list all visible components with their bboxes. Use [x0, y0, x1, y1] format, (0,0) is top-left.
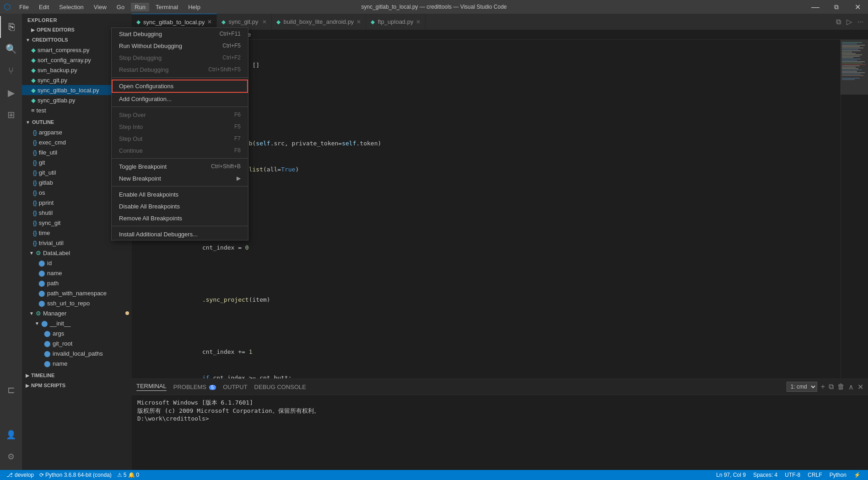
sync-icon: ⟳ [39, 472, 44, 478]
activity-bar: ⎘ 🔍 ⑂ ▶ ⊞ ⊏ 👤 ⚙ [0, 14, 22, 470]
terminal-tabs-bar: TERMINAL PROBLEMS 5 OUTPUT DEBUG CONSOLE… [132, 379, 868, 395]
minimize-button[interactable]: — [805, 0, 826, 14]
timeline-header[interactable]: ▶ TIMELINE [22, 370, 132, 380]
menu-edit[interactable]: Edit [35, 3, 53, 11]
status-position[interactable]: Ln 97, Col 9 [712, 472, 749, 478]
split-terminal-icon[interactable]: ⧉ [829, 383, 834, 391]
remote-icon[interactable]: ⊏ [0, 379, 22, 401]
branch-icon: ⎇ [6, 472, 13, 478]
tab-icon-py-1: ◆ [136, 19, 140, 25]
close-terminal-icon[interactable]: ✕ [857, 383, 863, 391]
outline-name[interactable]: ⬤ name [22, 268, 132, 278]
menu-item-run-without-debugging[interactable]: Run Without Debugging Ctrl+F5 [112, 40, 248, 52]
menu-file[interactable]: File [16, 3, 32, 11]
menu-item-disable-all-breakpoints[interactable]: Disable All Breakpoints [112, 200, 248, 212]
new-terminal-icon[interactable]: + [821, 383, 825, 391]
outline-args[interactable]: ⬤ args [22, 328, 132, 338]
outline-invalid-local-paths[interactable]: ⬤ invalid_local_paths [22, 348, 132, 358]
minimap [841, 40, 868, 379]
split-editor-icon[interactable]: ⧉ [836, 18, 841, 26]
menu-run[interactable]: Run [131, 3, 149, 11]
terminal-tab-debug[interactable]: DEBUG CONSOLE [254, 384, 306, 390]
status-encoding[interactable]: UTF-8 [781, 472, 804, 478]
tab-close-4[interactable]: ✕ [416, 19, 421, 25]
menu-item-open-configurations[interactable]: Open Configurations [112, 80, 248, 93]
menu-item-restart-debugging[interactable]: Restart Debugging Ctrl+Shift+F5 [112, 64, 248, 75]
menu-item-remove-all-breakpoints[interactable]: Remove All Breakpoints [112, 212, 248, 224]
menu-item-start-debugging[interactable]: Start Debugging Ctrl+F11 [112, 28, 248, 40]
maximize-terminal-icon[interactable]: ∧ [848, 383, 854, 391]
menu-item-new-breakpoint[interactable]: New Breakpoint ▶ [112, 172, 248, 184]
terminal-content[interactable]: Microsoft Windows [版本 6.1.7601] 版权所有 (c)… [132, 395, 868, 470]
tab-close-3[interactable]: ✕ [356, 19, 361, 25]
tab-build-boxy[interactable]: ◆ build_boxy_lite_android.py ✕ [272, 14, 366, 30]
outline-manager[interactable]: ▼ ⚙ Manager [22, 308, 132, 318]
tab-ftp-upload[interactable]: ◆ ftp_upload.py ✕ [366, 14, 426, 30]
run-dropdown-menu[interactable]: Start Debugging Ctrl+F11 Run Without Deb… [111, 27, 248, 240]
terminal-tab-problems[interactable]: PROBLEMS 5 [173, 384, 216, 390]
tab-icon-py-4: ◆ [371, 19, 375, 25]
terminal-area: TERMINAL PROBLEMS 5 OUTPUT DEBUG CONSOLE… [132, 379, 868, 470]
menu-item-enable-all-breakpoints[interactable]: Enable All Breakpoints [112, 188, 248, 200]
extensions-icon[interactable]: ⊞ [0, 104, 22, 126]
tab-icon-py-3: ◆ [276, 19, 280, 25]
settings-icon[interactable]: ⚙ [0, 446, 22, 468]
menu-go[interactable]: Go [113, 3, 128, 11]
outline-ssh-url[interactable]: ⬤ ssh_url_to_repo [22, 298, 132, 308]
more-actions-icon[interactable]: ··· [857, 18, 863, 26]
menu-item-continue[interactable]: Continue F8 [112, 144, 248, 156]
explorer-icon[interactable]: ⎘ [0, 16, 22, 38]
status-feedback[interactable]: ⚡ [850, 472, 864, 478]
tab-icon-py-2: ◆ [221, 19, 226, 25]
tab-close-1[interactable]: ✕ [207, 19, 212, 25]
close-button[interactable]: ✕ [847, 0, 868, 14]
status-eol[interactable]: CRLF [804, 472, 825, 478]
outline-name-2[interactable]: ⬤ name [22, 358, 132, 368]
kill-terminal-icon[interactable]: 🗑 [837, 383, 845, 391]
menu-selection[interactable]: Selection [55, 3, 87, 11]
menu-help[interactable]: Help [184, 3, 204, 11]
maximize-button[interactable]: ⧉ [826, 0, 847, 14]
warning-icon: ⚠ [117, 472, 122, 478]
status-spaces[interactable]: Spaces: 4 [749, 472, 781, 478]
window-title: sync_gitlab_to_local.py — credittools — … [361, 4, 507, 10]
search-icon[interactable]: 🔍 [0, 38, 22, 60]
status-errors[interactable]: ⚠ 5 🔔 0 [114, 472, 142, 478]
menu-item-install-debuggers[interactable]: Install Additional Debuggers... [112, 228, 248, 240]
source-control-icon[interactable]: ⑂ [0, 60, 22, 82]
status-python[interactable]: ⟳ Python 3.6.8 64-bit (conda) [37, 472, 114, 478]
status-language[interactable]: Python [826, 472, 850, 478]
outline-id[interactable]: ⬤ id [22, 258, 132, 268]
outline-path[interactable]: ⬤ path [22, 278, 132, 288]
menu-item-step-out[interactable]: Step Out F7 [112, 133, 248, 144]
menu-item-stop-debugging[interactable]: Stop Debugging Ctrl+F2 [112, 52, 248, 64]
menu-terminal[interactable]: Terminal [152, 3, 182, 11]
terminal-dropdown[interactable]: 1: cmd [787, 382, 817, 392]
npm-scripts-header[interactable]: ▶ NPM SCRIPTS [22, 380, 132, 390]
run-file-icon[interactable]: ▷ [846, 17, 852, 26]
status-branch[interactable]: ⎇ develop [4, 472, 37, 478]
run-debug-icon[interactable]: ▶ [0, 82, 22, 104]
outline-path-with-namespace[interactable]: ⬤ path_with_namespace [22, 288, 132, 298]
menu-item-step-over[interactable]: Step Over F6 [112, 109, 248, 121]
menu-item-toggle-breakpoint[interactable]: Toggle Breakpoint Ctrl+Shift+B [112, 160, 248, 172]
terminal-tab-terminal[interactable]: TERMINAL [136, 383, 167, 391]
titlebar: ⬡ File Edit Selection View Go Run Termin… [0, 0, 868, 14]
outline-datalabel[interactable]: ▼ ⚙ DataLabel [22, 248, 132, 258]
status-bar: ⎇ develop ⟳ Python 3.6.8 64-bit (conda) … [0, 470, 868, 480]
outline-git-root[interactable]: ⬤ git_root [22, 338, 132, 348]
menu-item-add-configuration[interactable]: Add Configuration... [112, 93, 248, 105]
terminal-tab-output[interactable]: OUTPUT [223, 384, 247, 390]
app-logo: ⬡ [4, 2, 11, 12]
menu-item-step-into[interactable]: Step Into F5 [112, 121, 248, 133]
code-content[interactable]: invalid_local_paths = [] def __init__(se… [155, 40, 841, 379]
bell-icon: 🔔 [128, 472, 135, 478]
outline-init[interactable]: ▼ ⬤ __init__ [22, 318, 132, 328]
explorer-header[interactable]: EXPLORER [22, 14, 132, 25]
menu-view[interactable]: View [90, 3, 110, 11]
tab-close-2[interactable]: ✕ [262, 19, 267, 25]
account-icon[interactable]: 👤 [0, 424, 22, 446]
